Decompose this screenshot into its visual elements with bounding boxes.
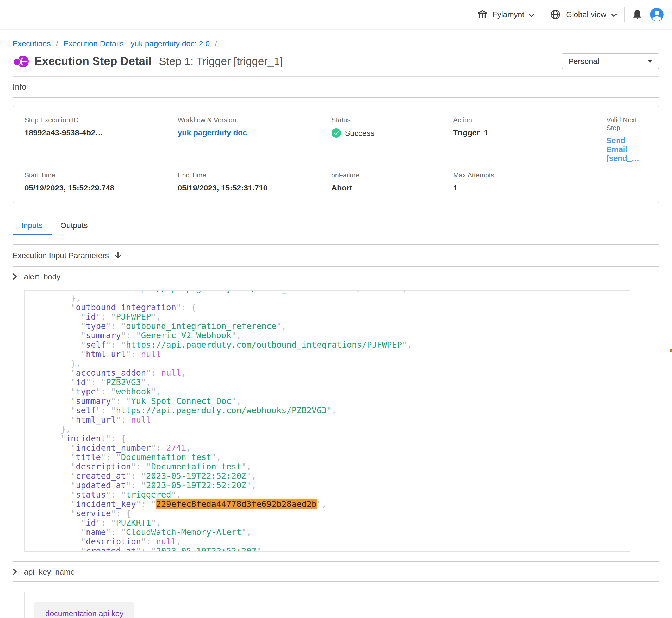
code-line: "description": "Documentation test", bbox=[40, 462, 622, 472]
breadcrumb-separator: / bbox=[56, 39, 58, 48]
breadcrumb: Executions / Execution Details - yuk pag… bbox=[12, 39, 660, 48]
field-value: Abort bbox=[331, 183, 453, 192]
success-check-icon bbox=[331, 128, 341, 138]
info-field-valid-next-step: Valid Next Step Send Email [send_… bbox=[606, 116, 648, 163]
info-field-workflow-version: Workflow & Version yuk pagerduty doc bbox=[178, 116, 331, 163]
code-line: "id": "PJFWPEP", bbox=[40, 312, 622, 322]
code-line: "title": "Documentation test", bbox=[40, 453, 622, 462]
notifications-bell-icon[interactable] bbox=[632, 9, 643, 20]
api-key-name-chip[interactable]: documentation api key bbox=[34, 602, 135, 618]
info-field-max-attempts: Max Attempts 1 bbox=[453, 171, 606, 192]
info-field-action: Action Trigger_1 bbox=[453, 116, 606, 163]
status-badge: Success bbox=[331, 128, 453, 138]
info-field-empty bbox=[606, 171, 648, 192]
divider bbox=[12, 97, 660, 98]
chevron-right-icon bbox=[12, 568, 17, 575]
json-viewer[interactable]: "self": "https://api.pagerduty.com/event… bbox=[24, 290, 630, 552]
divider bbox=[12, 76, 660, 77]
field-value: 05/19/2023, 15:52:31.710 bbox=[178, 183, 331, 192]
section-alert-body[interactable]: alert_body bbox=[0, 267, 672, 286]
params-header-label: Execution Input Parameters bbox=[12, 251, 109, 260]
page: Fylamynt Global view bbox=[0, 0, 672, 618]
scrollbar-match-marker bbox=[670, 349, 672, 352]
field-label: Start Time bbox=[24, 171, 178, 179]
code-line: "type": "webhook", bbox=[40, 387, 622, 397]
code-line: "incident": { bbox=[40, 434, 622, 443]
code-line: }, bbox=[40, 425, 622, 434]
breadcrumb-link-execution-details[interactable]: Execution Details - yuk pagerduty doc: 2… bbox=[63, 39, 210, 48]
code-line: "created_at": "2023-05-19T22:52:20Z", bbox=[40, 546, 622, 552]
field-value: Trigger_1 bbox=[453, 128, 606, 137]
info-section-title: Info bbox=[12, 82, 660, 92]
field-label: onFailure bbox=[331, 171, 453, 179]
info-card: Step Execution ID 18992a43-9538-4b2… Wor… bbox=[12, 106, 660, 203]
download-arrow-icon[interactable] bbox=[114, 251, 121, 259]
section-label: alert_body bbox=[24, 272, 61, 281]
field-label: End Time bbox=[178, 171, 331, 179]
tab-outputs[interactable]: Outputs bbox=[52, 217, 97, 235]
code-line: "incident_number": 2741, bbox=[40, 443, 622, 453]
code-line: "summary": "Generic V2 Webhook", bbox=[40, 331, 622, 340]
field-label: Max Attempts bbox=[453, 171, 606, 179]
code-line: "html_url": null bbox=[40, 415, 622, 425]
breadcrumb-separator: / bbox=[215, 39, 217, 48]
view-label: Global view bbox=[566, 10, 606, 19]
code-line: "summary": "Yuk Spot Connect Doc", bbox=[40, 397, 622, 406]
chevron-down-icon bbox=[611, 10, 617, 19]
code-line: "type": "outbound_integration_reference"… bbox=[40, 322, 622, 331]
org-switcher[interactable]: Fylamynt bbox=[477, 9, 535, 19]
workflow-link[interactable]: yuk pagerduty doc bbox=[178, 128, 331, 137]
code-line: "id": "PZB2VG3", bbox=[40, 378, 622, 387]
top-bar: Fylamynt Global view bbox=[0, 0, 672, 29]
tab-inputs[interactable]: Inputs bbox=[12, 217, 52, 235]
page-title: Execution Step Detail bbox=[34, 55, 152, 68]
scope-select[interactable]: Personal bbox=[562, 53, 660, 69]
org-label: Fylamynt bbox=[493, 10, 524, 19]
code-line: }, bbox=[40, 359, 622, 369]
info-field-onfailure: onFailure Abort bbox=[331, 171, 453, 192]
next-step-link[interactable]: Send Email [send_… bbox=[606, 136, 648, 163]
divider bbox=[542, 6, 542, 22]
field-value: 05/19/2023, 15:52:29.748 bbox=[24, 183, 178, 192]
code-line: "self": "https://api.pagerduty.com/outbo… bbox=[40, 340, 622, 350]
field-label: Valid Next Step bbox=[606, 116, 648, 132]
field-label: Status bbox=[331, 116, 453, 124]
code-line: "self": "https://api.pagerduty.com/event… bbox=[40, 290, 622, 294]
globe-icon bbox=[550, 9, 561, 20]
json-code: "self": "https://api.pagerduty.com/event… bbox=[25, 290, 630, 552]
section-api-key-name[interactable]: api_key_name bbox=[0, 562, 672, 581]
code-line: "self": "https://api.pagerduty.com/webho… bbox=[40, 406, 622, 415]
api-key-name-value-box: documentation api key bbox=[24, 592, 630, 618]
code-line: "created_at": "2023-05-19T22:52:20Z", bbox=[40, 472, 622, 481]
code-line: "outbound_integration": { bbox=[40, 303, 622, 312]
code-line: "id": "PUZKRT1", bbox=[40, 518, 622, 528]
info-field-status: Status Success bbox=[331, 116, 453, 163]
divider bbox=[624, 6, 624, 22]
scope-select-value: Personal bbox=[568, 57, 599, 66]
caret-down-icon bbox=[648, 60, 653, 63]
chevron-right-icon bbox=[12, 273, 17, 280]
organization-icon bbox=[477, 9, 488, 19]
info-field-start-time: Start Time 05/19/2023, 15:52:29.748 bbox=[24, 171, 178, 192]
page-subtitle: Step 1: Trigger [trigger_1] bbox=[159, 55, 283, 68]
code-line: "html_url": null bbox=[40, 350, 622, 359]
code-line: "accounts_addon": null, bbox=[40, 369, 622, 378]
breadcrumb-link-executions[interactable]: Executions bbox=[12, 39, 51, 48]
workflow-logo-icon bbox=[12, 55, 29, 68]
info-field-step-execution-id: Step Execution ID 18992a43-9538-4b2… bbox=[24, 116, 178, 163]
code-line: }, bbox=[40, 294, 622, 303]
section-label: api_key_name bbox=[24, 567, 75, 576]
code-line: "status": "triggered", bbox=[40, 490, 622, 500]
code-line: "updated_at": "2023-05-19T22:52:20Z", bbox=[40, 481, 622, 490]
user-avatar[interactable] bbox=[650, 8, 664, 21]
divider bbox=[12, 581, 660, 582]
code-line: "name": "CloudWatch-Memory-Alert", bbox=[40, 528, 622, 537]
tab-bar: Inputs Outputs bbox=[0, 217, 672, 235]
status-text: Success bbox=[345, 128, 374, 137]
info-field-end-time: End Time 05/19/2023, 15:52:31.710 bbox=[178, 171, 331, 192]
field-value: 1 bbox=[453, 183, 606, 192]
field-label: Step Execution ID bbox=[24, 116, 178, 124]
code-line: "description": null, bbox=[40, 537, 622, 546]
field-value: 18992a43-9538-4b2… bbox=[24, 128, 178, 137]
view-switcher[interactable]: Global view bbox=[550, 9, 617, 20]
